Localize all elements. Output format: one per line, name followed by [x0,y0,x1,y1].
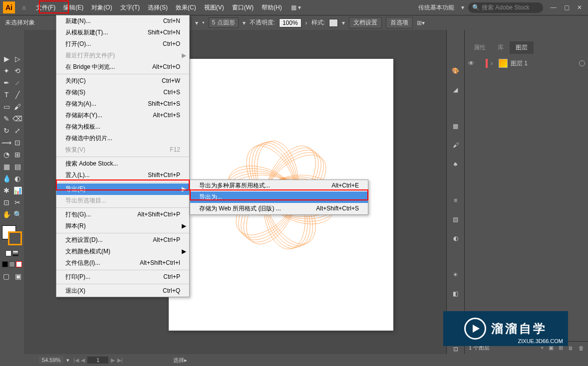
menu-item-M[interactable]: 文档颜色模式(M)▶ [56,246,189,257]
rectangle-tool[interactable]: ▭ [1,102,11,112]
shaper-tool[interactable]: ✎ [1,114,11,124]
color-mode-icon[interactable] [2,261,8,267]
align-icon[interactable]: ⊞▾ [417,19,425,26]
zoom-level[interactable]: 54.59% [39,357,63,364]
graphic-styles-icon[interactable]: ◧ [451,289,461,299]
default-colors[interactable] [5,250,11,256]
workspace-switcher[interactable]: 传统基本功能 [418,3,454,12]
next-artboard-button[interactable]: ▶ [109,357,116,364]
new-layer-icon[interactable]: 🗎 [568,345,574,351]
prefs-button[interactable]: 首选项 [386,17,413,28]
tab-properties[interactable]: 属性 [468,41,492,54]
paintbrush-tool[interactable]: 🖌 [12,102,22,112]
menu-item-X[interactable]: 退出(X)Ctrl+Q [56,285,189,297]
scale-tool[interactable]: ⤢ [12,126,22,136]
symbols-icon[interactable]: ♣ [451,159,461,169]
target-icon[interactable] [579,60,585,66]
menu-select[interactable]: 选择(S) [144,1,172,14]
tab-libraries[interactable]: 库 [492,41,510,54]
pen-tool[interactable]: ✒ [1,78,11,88]
symbol-sprayer-tool[interactable]: ✱ [1,185,11,195]
artboard-tool[interactable]: ⊡ [1,197,11,207]
menu-item-D[interactable]: 文档设置(D)...Alt+Ctrl+P [56,234,189,246]
menu-item-[interactable]: 存储为模板... [56,121,189,133]
menu-item-Bridge[interactable]: 在 Bridge 中浏览...Alt+Ctrl+O [56,61,189,73]
graph-tool[interactable]: 📊 [12,185,22,195]
menu-effect[interactable]: 效果(C) [172,1,200,14]
menu-type[interactable]: 文字(T) [116,1,144,14]
swap-colors[interactable] [12,250,18,256]
menu-item-AdobeStock[interactable]: 搜索 Adobe Stock... [56,158,189,170]
chevron-down-icon[interactable]: ▾ [461,4,464,11]
direct-selection-tool[interactable]: ▷ [12,54,22,64]
curvature-tool[interactable]: ⟋ [12,78,22,88]
menu-item-I[interactable]: 文件信息(I)...Alt+Shift+Ctrl+I [56,257,189,269]
blend-tool[interactable]: ◐ [12,174,22,183]
menu-item-A[interactable]: 存储为(A)...Shift+Ctrl+S [56,98,189,110]
menu-item-R[interactable]: 脚本(R)▶ [56,220,189,232]
artboard-nav-input[interactable]: 1 [87,357,108,364]
menu-item-P[interactable]: 打印(P)...Ctrl+P [56,271,189,283]
lasso-tool[interactable]: ⟲ [12,66,22,76]
screen-mode-full[interactable]: ▣ [13,271,23,281]
transparency-icon[interactable]: ◐ [451,233,461,243]
perspective-tool[interactable]: ⊞ [12,150,22,160]
line-tool[interactable]: ╱ [12,90,22,100]
hand-tool[interactable]: ✋ [1,209,11,219]
visibility-icon[interactable]: 👁 [468,60,475,67]
layer-name-label[interactable]: 图层 1 [511,59,528,68]
none-mode-icon[interactable] [16,261,22,267]
gradient-panel-icon[interactable]: ▤ [451,214,461,224]
appearance-icon[interactable]: ☀ [451,270,461,280]
brush-profile-dropdown[interactable]: 5 点圆形 [209,17,239,28]
type-tool[interactable]: T [1,90,11,100]
stroke-color-swatch[interactable] [8,231,22,245]
rotate-tool[interactable]: ↻ [1,126,11,136]
search-input[interactable]: 🔍搜索 Adobe Stock [468,2,543,13]
width-tool[interactable]: ⟿ [1,138,11,148]
home-icon[interactable]: ⌂ [19,2,29,12]
color-guide-icon[interactable]: ◢ [451,85,461,95]
screen-mode-normal[interactable]: ▢ [1,271,11,281]
gradient-mode-icon[interactable] [9,261,15,267]
menu-window[interactable]: 窗口(W) [228,1,258,14]
close-button[interactable]: ✕ [574,3,585,12]
maximize-button[interactable]: ▢ [561,3,572,12]
brushes-icon[interactable]: 🖌 [451,140,461,150]
prev-artboard-button[interactable]: ◀ [79,357,86,364]
stroke-panel-icon[interactable]: ≡ [451,195,461,205]
magic-wand-tool[interactable]: ✦ [1,66,11,76]
selection-tool[interactable]: ▶ [1,54,11,64]
mesh-tool[interactable]: ▦ [1,162,11,172]
tab-layers[interactable]: 图层 [510,41,534,54]
menu-item-T[interactable]: 从模板新建(T)...Shift+Ctrl+N [56,27,189,38]
fill-stroke-widget[interactable] [2,225,22,245]
menu-item-C[interactable]: 关闭(C)Ctrl+W [56,75,189,87]
app-logo[interactable]: Ai [3,1,15,13]
minimize-button[interactable]: — [548,3,559,12]
menu-item-S[interactable]: 存储(S)Ctrl+S [56,87,189,98]
slice-tool[interactable]: ✂ [12,197,22,207]
zoom-tool[interactable]: 🔍 [12,209,22,219]
color-panel-icon[interactable]: 🎨 [451,66,461,76]
last-artboard-button[interactable]: ▶| [116,357,123,364]
menu-item-Y[interactable]: 存储副本(Y)...Alt+Ctrl+S [56,110,189,121]
submenu-item-Web[interactable]: 存储为 Web 所用格式 (旧版) ...Alt+Shift+Ctrl+S [190,203,368,214]
menu-object[interactable]: 对象(O) [87,1,116,14]
arrange-icon[interactable]: ▦ ▾ [291,4,301,11]
menu-item-N[interactable]: 新建(N)...Ctrl+N [56,15,189,27]
delete-layer-icon[interactable]: 🗑 [579,345,584,351]
first-artboard-button[interactable]: |◀ [72,357,79,364]
shape-builder-tool[interactable]: ◔ [1,150,11,160]
free-transform-tool[interactable]: ⊡ [12,138,22,148]
opacity-input[interactable]: 100% [279,18,301,27]
expand-icon[interactable]: › [491,60,496,67]
menu-item-[interactable]: 存储选中的切片... [56,133,189,144]
style-swatch[interactable] [329,19,338,27]
menu-help[interactable]: 帮助(H) [258,1,286,14]
menu-item-O[interactable]: 打开(O)...Ctrl+O [56,38,189,50]
swatches-icon[interactable]: ▦ [451,121,461,131]
menu-item-G[interactable]: 打包(G)...Alt+Shift+Ctrl+P [56,209,189,220]
eraser-tool[interactable]: ⌫ [12,114,22,124]
eyedropper-tool[interactable]: 💧 [1,174,11,183]
